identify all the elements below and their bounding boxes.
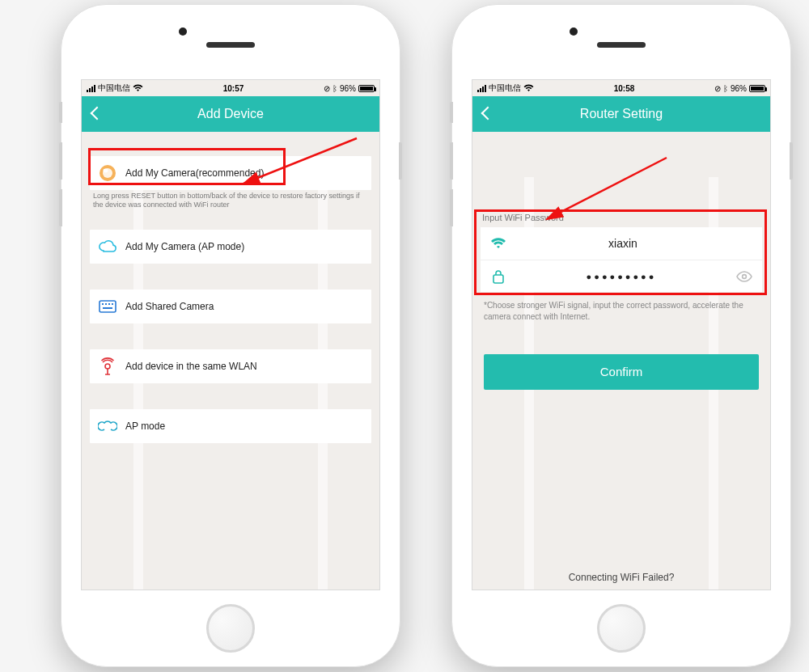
- do-not-disturb-icon: ⊘: [324, 84, 330, 93]
- svg-rect-4: [102, 303, 104, 305]
- svg-rect-3: [100, 301, 116, 312]
- volume-up: [59, 142, 62, 180]
- home-button[interactable]: [597, 604, 646, 653]
- phone-bezel-top: [61, 5, 400, 78]
- battery-percent: 96%: [340, 84, 356, 93]
- wifi-icon: [523, 84, 534, 92]
- page-title: Add Device: [197, 107, 264, 121]
- back-button[interactable]: [90, 106, 100, 122]
- wifi-icon: [133, 84, 143, 92]
- svg-rect-7: [112, 303, 113, 305]
- option-add-shared-camera[interactable]: Add Shared Camera: [90, 290, 371, 323]
- page-title: Router Setting: [580, 107, 663, 121]
- add-device-content: Add My Camera(recommended) Long press RE…: [82, 132, 379, 443]
- status-bar: 中国电信 10:58 ⊘ ᛒ 96%: [472, 80, 770, 96]
- option-label: Add My Camera (AP mode): [125, 241, 244, 252]
- screen-right: 中国电信 10:58 ⊘ ᛒ 96% Router Setting Input …: [472, 79, 771, 590]
- back-button[interactable]: [481, 106, 490, 122]
- home-button[interactable]: [206, 604, 255, 653]
- front-camera: [570, 27, 578, 36]
- cloud-link-icon: [98, 416, 117, 436]
- earpiece-speaker: [597, 42, 646, 48]
- wifi-note-text: *Choose stronger WiFi signal, input the …: [472, 292, 770, 322]
- mute-switch: [450, 102, 453, 123]
- svg-rect-5: [105, 303, 107, 305]
- earpiece-speaker: [206, 42, 255, 48]
- mute-switch: [59, 102, 62, 123]
- option-label: Add Shared Camera: [125, 301, 214, 312]
- battery-icon: [358, 85, 375, 92]
- power-button: [399, 142, 402, 180]
- carrier-label: 中国电信: [489, 82, 521, 94]
- antenna-icon: [98, 357, 117, 376]
- svg-rect-8: [103, 307, 112, 309]
- volume-down: [450, 189, 453, 226]
- carrier-label: 中国电信: [98, 82, 130, 94]
- connecting-failed-link[interactable]: Connecting WiFi Failed?: [472, 572, 770, 583]
- svg-rect-6: [108, 303, 110, 305]
- keyboard-icon: [98, 297, 117, 316]
- router-setting-content: Input WiFi Password xiaxin ●●●●●●●●●: [472, 132, 770, 390]
- nav-bar: Router Setting: [472, 96, 770, 132]
- annotation-highlight-box: [88, 148, 286, 185]
- option-ap-mode[interactable]: AP mode: [90, 409, 371, 443]
- do-not-disturb-icon: ⊘: [714, 84, 721, 93]
- phone-bezel-top: [452, 5, 790, 78]
- bluetooth-icon: ᛒ: [332, 84, 337, 93]
- option-add-device-same-wlan[interactable]: Add device in the same WLAN: [90, 349, 371, 383]
- annotation-highlight-box: [474, 209, 767, 295]
- option-label: Add device in the same WLAN: [125, 361, 257, 372]
- status-bar: 中国电信 10:57 ⊘ ᛒ 96%: [82, 80, 379, 96]
- phone-mockup-left: 中国电信 10:57 ⊘ ᛒ 96% Add Device Add My Cam…: [61, 4, 400, 667]
- front-camera: [179, 27, 187, 36]
- signal-icon: [87, 85, 95, 92]
- bluetooth-icon: ᛒ: [723, 84, 728, 93]
- battery-percent: 96%: [731, 84, 747, 93]
- power-button: [790, 142, 793, 180]
- nav-bar: Add Device: [82, 96, 379, 132]
- volume-up: [450, 142, 453, 180]
- status-time: 10:58: [614, 84, 635, 93]
- svg-point-9: [105, 364, 110, 369]
- volume-down: [59, 189, 62, 226]
- reset-help-text: Long press RESET button in bottom/back o…: [82, 190, 379, 210]
- option-label: AP mode: [125, 421, 165, 432]
- cloud-icon: [98, 237, 117, 256]
- battery-icon: [749, 85, 765, 92]
- phone-mockup-right: 中国电信 10:58 ⊘ ᛒ 96% Router Setting Input …: [451, 4, 791, 667]
- screen-left: 中国电信 10:57 ⊘ ᛒ 96% Add Device Add My Cam…: [81, 79, 380, 590]
- signal-icon: [477, 85, 486, 92]
- confirm-button[interactable]: Confirm: [484, 354, 759, 390]
- status-time: 10:57: [223, 84, 244, 93]
- option-add-my-camera-ap[interactable]: Add My Camera (AP mode): [90, 230, 371, 264]
